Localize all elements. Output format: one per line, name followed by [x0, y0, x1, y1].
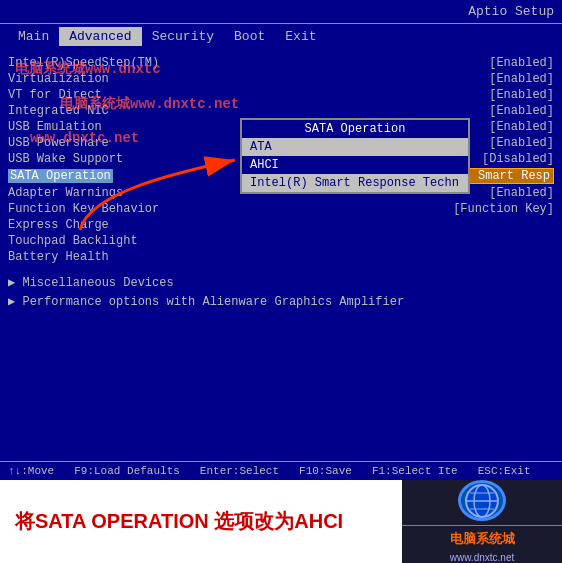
sata-dropdown-title: SATA Operation: [242, 120, 468, 138]
header-bar: Aptio Setup: [0, 0, 562, 24]
key-save: F10:Save: [299, 465, 352, 477]
setting-express: Express Charge: [8, 217, 554, 233]
header-title: Aptio Setup: [468, 4, 554, 19]
setting-value: [Disabled]: [482, 152, 554, 166]
setting-vt-direct: VT for Direct [Enabled]: [8, 87, 554, 103]
logo-circle: [458, 480, 506, 521]
misc-section: Miscellaneous Devices Performance option…: [8, 273, 554, 311]
menu-main[interactable]: Main: [8, 27, 59, 46]
setting-label: USB Wake Support: [8, 152, 123, 166]
logo-globe-icon: [464, 483, 500, 519]
setting-value: [Enabled]: [489, 88, 554, 102]
setting-battery: Battery Health: [8, 249, 554, 265]
setting-value: [Function Key]: [453, 202, 554, 216]
key-esc: ESC:Exit: [478, 465, 531, 477]
menu-advanced[interactable]: Advanced: [59, 27, 141, 46]
setting-value: [Enabled]: [489, 120, 554, 134]
menu-exit[interactable]: Exit: [275, 27, 326, 46]
annotation-area: 将SATA OPERATION 选项改为AHCI 电脑系统城 www.dnxtc…: [0, 480, 562, 563]
key-enter: Enter:Select: [200, 465, 279, 477]
setting-value: [Enabled]: [489, 72, 554, 86]
setting-value: [Enabled]: [489, 104, 554, 118]
setting-label: Function Key Behavior: [8, 202, 159, 216]
misc-devices[interactable]: Miscellaneous Devices: [8, 273, 554, 292]
setting-label: Battery Health: [8, 250, 109, 264]
key-select: F1:Select Ite: [372, 465, 458, 477]
sata-option-ata[interactable]: ATA: [242, 138, 468, 156]
setting-funckey: Function Key Behavior [Function Key]: [8, 201, 554, 217]
setting-label: USB Emulation: [8, 120, 102, 134]
annotation-text: 将SATA OPERATION 选项改为AHCI: [15, 508, 343, 535]
setting-value: [Enabled]: [489, 136, 554, 150]
setting-label: Touchpad Backlight: [8, 234, 138, 248]
logo-area: 电脑系统城 www.dnxtc.net: [402, 480, 562, 563]
setting-nic: Integrated NIC [Enabled]: [8, 103, 554, 119]
key-load: F9:Load Defaults: [74, 465, 180, 477]
menu-bar: Main Advanced Security Boot Exit: [0, 24, 562, 49]
setting-label: Express Charge: [8, 218, 109, 232]
logo-main-text: 电脑系统城: [450, 530, 515, 548]
sata-option-ahci[interactable]: AHCI: [242, 156, 468, 174]
sata-dropdown: SATA Operation ATA AHCI Intel(R) Smart R…: [240, 118, 470, 194]
setting-value: [Enabled]: [489, 56, 554, 70]
misc-performance[interactable]: Performance options with Alienware Graph…: [8, 292, 554, 311]
logo-sub-text: www.dnxtc.net: [450, 552, 514, 563]
setting-label: VT for Direct: [8, 88, 102, 102]
setting-label: Integrated NIC: [8, 104, 109, 118]
menu-security[interactable]: Security: [142, 27, 224, 46]
key-move: ↑↓:Move: [8, 465, 54, 477]
setting-label-sata: SATA Operation: [8, 169, 113, 183]
setting-label: Intel(R)SpeedStep(TM): [8, 56, 159, 70]
logo-divider: [402, 525, 562, 526]
setting-label: Adapter Warnings: [8, 186, 123, 200]
setting-value: [Enabled]: [489, 186, 554, 200]
setting-touchpad: Touchpad Backlight: [8, 233, 554, 249]
sata-option-smart[interactable]: Intel(R) Smart Response Techn: [242, 174, 468, 192]
setting-label: Virtualization: [8, 72, 109, 86]
setting-label: USB Powershare: [8, 136, 109, 150]
setting-speedstep: Intel(R)SpeedStep(TM) [Enabled]: [8, 55, 554, 71]
menu-boot[interactable]: Boot: [224, 27, 275, 46]
setting-virtualization: Virtualization [Enabled]: [8, 71, 554, 87]
bottom-bar: ↑↓:Move F9:Load Defaults Enter:Select F1…: [0, 461, 562, 480]
bios-screen: Aptio Setup Main Advanced Security Boot …: [0, 0, 562, 480]
